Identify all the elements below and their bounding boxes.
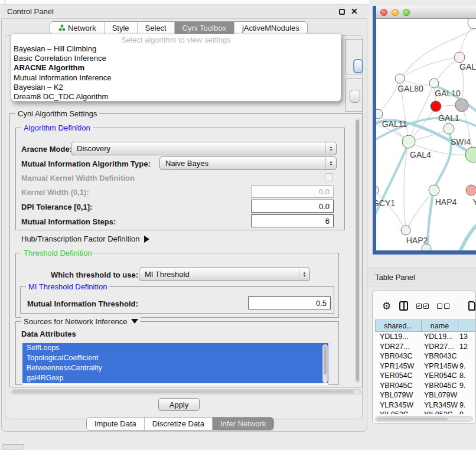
scrollbar-thumb[interactable] (356, 120, 359, 381)
float-window-icon[interactable] (339, 9, 345, 15)
network-edge[interactable] (459, 219, 476, 250)
scrollbar-thumb[interactable] (324, 346, 327, 374)
network-node[interactable] (402, 135, 415, 148)
mi-steps-field[interactable]: 6 (251, 214, 334, 227)
mi-threshold-value: 0.5 (316, 299, 327, 308)
table-horizontal-scrollbar[interactable] (375, 416, 473, 422)
tab-label: jActiveMNodules (242, 24, 299, 32)
tab-impute-data[interactable]: Impute Data (87, 418, 145, 430)
close-traffic-light-icon[interactable] (380, 9, 387, 16)
table-row[interactable]: YPR145WYPR145W9. (375, 361, 476, 371)
network-canvas[interactable]: GALGAL80GAL10GAL1GAL11SWI4GAL4GCY1HAP4YH… (376, 19, 476, 250)
column-header[interactable]: shared... (375, 319, 421, 332)
column-header[interactable]: name (421, 319, 458, 332)
network-node[interactable] (429, 79, 439, 88)
sources-toggle[interactable]: Sources for Network Inference (21, 317, 141, 326)
tab-style[interactable]: Style (105, 22, 138, 34)
algorithm-option[interactable]: Bayesian – Hill Climbing (11, 44, 341, 54)
tab-discretize-data[interactable]: Discretize Data (145, 418, 213, 430)
tab-network[interactable]: Network (50, 22, 105, 34)
tab-select[interactable]: Select (138, 22, 175, 34)
hub-definition-label: Hub/Transcription Factor Definition (21, 234, 139, 243)
mi-type-combo[interactable]: Naive Bayes ▲▼ (159, 156, 337, 170)
dpi-tolerance-field[interactable]: 0.0 (251, 200, 334, 213)
attributes-scrollbar[interactable] (322, 344, 328, 383)
network-node[interactable] (376, 109, 383, 119)
focused-combo-fragment[interactable] (353, 59, 363, 73)
network-node[interactable] (444, 123, 454, 134)
column-header[interactable] (458, 319, 476, 332)
network-node[interactable] (431, 101, 441, 112)
manual-kernel-checkbox[interactable] (325, 173, 333, 181)
network-edge[interactable] (376, 190, 406, 230)
network-node[interactable] (429, 185, 439, 195)
collapse-arrow-icon[interactable] (131, 319, 138, 324)
kernel-width-field[interactable]: 0.0 (251, 185, 334, 198)
new-table-icon[interactable] (468, 301, 475, 311)
gear-icon[interactable]: ⚙ (382, 301, 391, 311)
tab-cyni-toolbox[interactable]: Cyni Toolbox (175, 22, 234, 34)
table-row[interactable]: YIL052CYIL052C9 (375, 410, 476, 414)
algorithm-option[interactable]: Bayesian – K2 (11, 83, 341, 92)
network-node-label: GAL10 (435, 89, 461, 98)
table-row[interactable]: YDL19...YDL19...13 (375, 332, 476, 342)
settings-horizontal-scrollbar[interactable] (11, 389, 361, 394)
attribute-item[interactable]: BetweennessCentrality (22, 363, 328, 373)
algorithm-option[interactable]: Mutual Information Inference (11, 73, 341, 83)
table-row[interactable]: YLR345WYLR345W9. (375, 400, 476, 410)
data-attributes-list[interactable]: SelfLoopsTopologicalCoefficientBetweenne… (22, 343, 328, 385)
network-edge[interactable] (378, 79, 400, 114)
algorithm-option[interactable]: Basic Correlation Inference (11, 54, 341, 63)
network-node[interactable] (395, 74, 405, 83)
table-row[interactable]: YBL079WYBL079W (375, 390, 476, 400)
scrollbar-thumb[interactable] (377, 418, 448, 420)
deselect-all-icon[interactable] (437, 304, 449, 309)
table-cell: YDR27... (421, 342, 458, 352)
combo-fragment[interactable] (350, 90, 360, 103)
table-cell: 9. (458, 361, 476, 371)
table-cell: YPR145W (421, 361, 458, 371)
table-cell: YBR045C (375, 381, 421, 391)
network-node[interactable] (455, 99, 468, 112)
network-node[interactable] (466, 185, 476, 195)
table-window: ⚙ ✔✔ shared... name YDL19...YDL19...13YD… (372, 291, 476, 424)
split-columns-icon[interactable] (399, 301, 408, 311)
tab-jactivemnodules[interactable]: jActiveMNodules (234, 22, 307, 34)
attribute-item[interactable]: SelfLoops (22, 343, 328, 353)
table-row[interactable]: YBR043CYBR043C (375, 351, 476, 361)
aracne-mode-combo[interactable]: Discovery ▲▼ (71, 142, 337, 155)
close-icon[interactable]: ✕ (351, 6, 358, 16)
table-row[interactable]: YDR27...YDR27...12 (375, 342, 476, 352)
network-node[interactable] (401, 226, 410, 235)
table-cell: YIL052C (375, 410, 421, 414)
apply-button[interactable]: Apply (158, 398, 200, 411)
collapsed-panel-chip[interactable] (2, 444, 24, 449)
table-row[interactable]: YER054CYER054C8. (375, 371, 476, 381)
table-cell: YLR345W (421, 400, 458, 410)
algorithm-option[interactable]: Dream8 DC_TDC Algorithm (11, 92, 341, 102)
kernel-width-value: 0.0 (319, 187, 330, 196)
expand-arrow-icon[interactable] (144, 236, 149, 243)
settings-vertical-scrollbar[interactable] (355, 118, 360, 383)
mi-steps-label: Mutual Information Steps: (21, 217, 116, 226)
zoom-traffic-light-icon[interactable] (403, 9, 410, 16)
mi-threshold-field[interactable]: 0.5 (248, 296, 331, 309)
scrollbar-thumb[interactable] (12, 390, 354, 393)
select-all-icon[interactable]: ✔✔ (416, 304, 429, 309)
combo-stepper-icon: ▲▼ (299, 268, 309, 281)
top-tick (5, 0, 5, 5)
table-row[interactable]: YBR045CYBR045C9. (375, 381, 476, 391)
attribute-item[interactable]: gal4RGexp (22, 373, 328, 383)
tab-infer-network[interactable]: Infer Network (213, 418, 273, 430)
minimize-traffic-light-icon[interactable] (392, 9, 399, 16)
bottom-tabset: Impute Data Discretize Data Infer Networ… (86, 417, 274, 431)
attribute-item[interactable]: TopologicalCoefficient (22, 353, 328, 363)
algorithm-option[interactable]: ARACNE Algorithm (11, 63, 341, 73)
table-panel-titlebar: Table Panel (367, 268, 476, 286)
which-threshold-combo[interactable]: MI Threshold ▲▼ (139, 268, 310, 281)
hub-definition-toggle[interactable]: Hub/Transcription Factor Definition (21, 234, 149, 243)
network-node[interactable] (468, 19, 476, 29)
network-window-titlebar[interactable] (376, 6, 476, 19)
network-node[interactable] (454, 52, 465, 63)
checked-box-icon: ✔ (416, 304, 422, 309)
